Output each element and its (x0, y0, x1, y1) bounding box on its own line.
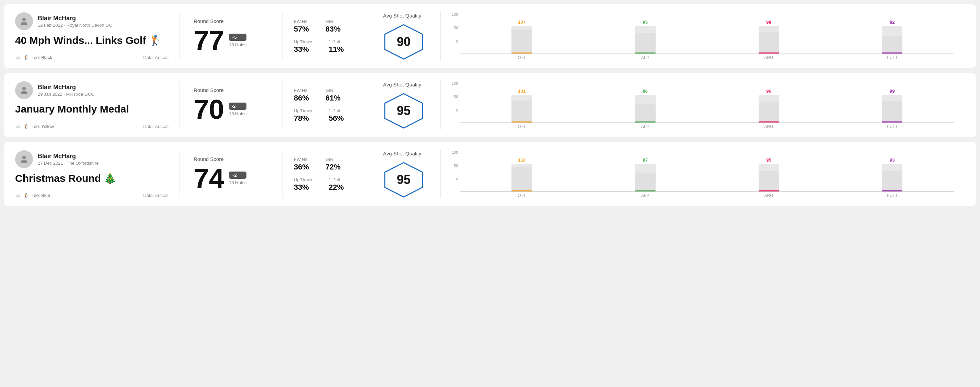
bar-group-arg: 96 (707, 81, 831, 122)
chart-label-arg: ARG (707, 193, 831, 198)
hexagon: 90 (383, 24, 424, 60)
data-source: Data: Arccos (143, 124, 169, 129)
bar-group-ott: 107 (460, 12, 584, 54)
fw-hit-value: 57% (294, 25, 309, 33)
round-left-section: Blair McHarg 27 Dec 2021 · The Oxfordshi… (15, 150, 180, 198)
updown-value: 78% (294, 114, 312, 123)
quality-label: Avg Shot Quality (383, 151, 421, 157)
tee-info: ☁️ 🏌 Tee: Blue (15, 193, 50, 198)
fw-hit-value: 36% (294, 163, 309, 171)
hexagon: 95 (383, 162, 424, 198)
hexagon: 95 (383, 93, 424, 128)
player-row: Blair McHarg 29 Jan 2022 · Mill Ride GCC (15, 81, 169, 99)
tee-label: Tee: Black (32, 55, 52, 60)
chart-label-app: APP (584, 55, 707, 60)
avatar (15, 81, 33, 99)
fw-hit-stat: FW Hit 36% (294, 157, 309, 171)
chart-label-putt: PUTT (830, 55, 954, 60)
holes-label: 18 Holes (229, 111, 247, 116)
chart-section: 100 50 0 101 86 96 (441, 81, 965, 129)
stats-section: FW Hit 86% GIR 61% Up/Down 78% 1 Putt 56… (283, 81, 372, 129)
score-badge: -2 (229, 103, 247, 110)
player-meta: 29 Jan 2022 · Mill Ride GCC (38, 92, 94, 97)
score-section: Round Score 70 -2 18 Holes (180, 81, 283, 129)
fw-hit-stat: FW Hit 57% (294, 19, 309, 33)
bar-group-arg: 95 (707, 150, 831, 192)
quality-section: Avg Shot Quality 90 (372, 12, 441, 60)
oneputt-value: 22% (328, 183, 344, 192)
weather-icon: ☁️ (15, 55, 21, 60)
bottom-row: ☁️ 🏌 Tee: Black Data: Arccos (15, 55, 169, 60)
holes-label: 18 Holes (229, 180, 247, 185)
chart-label-putt: PUTT (830, 124, 954, 129)
fw-hit-value: 86% (294, 94, 309, 103)
gir-stat: GIR 61% (325, 88, 340, 103)
player-name: Blair McHarg (38, 15, 112, 22)
bag-icon: 🏌 (23, 124, 29, 129)
gir-value: 83% (325, 25, 340, 33)
round-card: Blair McHarg 12 Feb 2022 · Royal North D… (4, 4, 976, 68)
updown-label: Up/Down (294, 108, 312, 113)
chart-label-app: APP (584, 124, 707, 129)
gir-label: GIR (325, 157, 340, 162)
weather-icon: ☁️ (15, 193, 21, 198)
gir-label: GIR (325, 19, 340, 24)
bar-group-putt: 93 (830, 150, 954, 192)
fw-hit-label: FW Hit (294, 157, 309, 162)
stats-group-bottom: Up/Down 33% 1 Putt 11% (294, 39, 361, 54)
score-row: 70 -2 18 Holes (194, 96, 269, 123)
updown-label: Up/Down (294, 39, 312, 44)
svg-point-2 (22, 87, 26, 90)
chart-label-putt: PUTT (830, 193, 954, 198)
oneputt-label: 1 Putt (328, 177, 344, 182)
stats-group-top: FW Hit 36% GIR 72% (294, 157, 361, 171)
gir-value: 61% (325, 94, 340, 103)
round-card: Blair McHarg 27 Dec 2021 · The Oxfordshi… (4, 142, 976, 206)
oneputt-value: 11% (328, 45, 344, 54)
avatar (15, 12, 33, 30)
updown-stat: Up/Down 78% (294, 108, 312, 123)
player-meta: 27 Dec 2021 · The Oxfordshire (38, 160, 99, 166)
score-row: 77 +5 18 Holes (194, 27, 269, 54)
holes-label: 18 Holes (229, 42, 247, 48)
bar-group-arg: 98 (707, 12, 831, 54)
updown-stat: Up/Down 33% (294, 177, 312, 192)
round-score-label: Round Score (194, 18, 269, 24)
stats-group-bottom: Up/Down 78% 1 Putt 56% (294, 108, 361, 123)
score-number: 70 (194, 96, 224, 123)
data-source: Data: Arccos (143, 55, 169, 60)
oneputt-stat: 1 Putt 56% (328, 108, 344, 123)
score-detail: +2 18 Holes (229, 171, 247, 185)
player-row: Blair McHarg 12 Feb 2022 · Royal North D… (15, 12, 169, 30)
bar-group-putt: 99 (830, 81, 954, 122)
score-detail: +5 18 Holes (229, 33, 247, 48)
score-row: 74 +2 18 Holes (194, 165, 269, 192)
bar-group-app: 86 (584, 81, 707, 122)
gir-stat: GIR 72% (325, 157, 340, 171)
oneputt-label: 1 Putt (328, 39, 344, 44)
chart-section: 100 50 0 110 87 95 (441, 150, 965, 198)
chart-label-ott: OTT (460, 55, 584, 60)
stats-section: FW Hit 57% GIR 83% Up/Down 33% 1 Putt 11… (283, 12, 372, 60)
score-section: Round Score 74 +2 18 Holes (180, 150, 283, 198)
oneputt-value: 56% (328, 114, 344, 123)
round-title: January Monthly Medal (15, 103, 169, 115)
player-info: Blair McHarg 27 Dec 2021 · The Oxfordshi… (38, 153, 99, 166)
svg-point-0 (22, 18, 26, 21)
oneputt-stat: 1 Putt 11% (328, 39, 344, 54)
stats-group-bottom: Up/Down 33% 1 Putt 22% (294, 177, 361, 192)
gir-value: 72% (325, 163, 340, 171)
bottom-row: ☁️ 🏌 Tee: Blue Data: Arccos (15, 193, 169, 198)
score-detail: -2 18 Holes (229, 103, 247, 116)
round-title: Christmas Round 🎄 (15, 172, 169, 184)
tee-label: Tee: Blue (32, 193, 50, 198)
quality-label: Avg Shot Quality (383, 13, 421, 19)
chart-label-arg: ARG (707, 55, 831, 60)
quality-label: Avg Shot Quality (383, 82, 421, 87)
fw-hit-stat: FW Hit 86% (294, 88, 309, 103)
bag-icon: 🏌 (23, 55, 29, 60)
player-row: Blair McHarg 27 Dec 2021 · The Oxfordshi… (15, 150, 169, 168)
bar-group-ott: 110 (460, 150, 584, 192)
fw-hit-label: FW Hit (294, 88, 309, 93)
gir-stat: GIR 83% (325, 19, 340, 33)
